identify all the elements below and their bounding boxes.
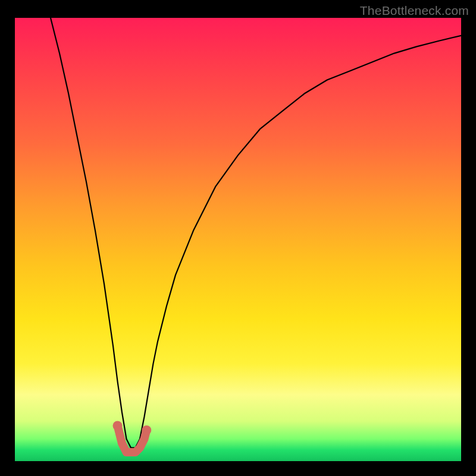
optimal-marker-endpoint (142, 425, 151, 435)
curve-layer (15, 18, 461, 461)
bottleneck-curve (51, 18, 461, 448)
plot-area (15, 18, 461, 461)
chart-frame: TheBottleneck.com (0, 0, 476, 476)
watermark-text: TheBottleneck.com (360, 4, 469, 18)
optimal-marker-endpoint (113, 421, 123, 430)
